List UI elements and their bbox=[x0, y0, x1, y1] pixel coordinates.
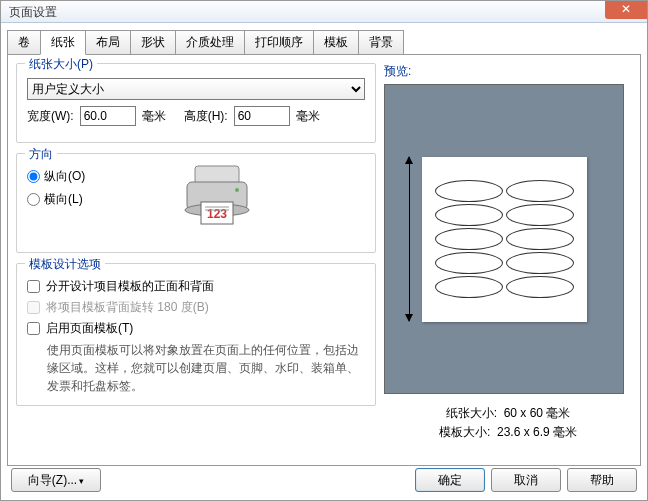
separate-front-back-label: 分开设计项目模板的正面和背面 bbox=[46, 278, 214, 295]
height-unit: 毫米 bbox=[296, 108, 320, 125]
template-size-info-label: 模板大小: bbox=[439, 425, 490, 439]
width-unit: 毫米 bbox=[142, 108, 166, 125]
ok-button[interactable]: 确定 bbox=[415, 468, 485, 492]
tab-printorder[interactable]: 打印顺序 bbox=[244, 30, 314, 55]
paper-size-group: 纸张大小(P) 用户定义大小 宽度(W): 毫米 高度(H): 毫米 bbox=[16, 63, 376, 143]
label-shape bbox=[435, 180, 503, 202]
printer-icon: 123 bbox=[177, 162, 257, 232]
size-info: 纸张大小: 60 x 60 毫米 模板大小: 23.6 x 6.9 毫米 bbox=[384, 404, 632, 442]
template-size-info-value: 23.6 x 6.9 毫米 bbox=[497, 425, 577, 439]
width-input[interactable] bbox=[80, 106, 136, 126]
template-help-text: 使用页面模板可以将对象放置在页面上的任何位置，包括边缘区域。这样，您就可以创建页… bbox=[47, 341, 365, 395]
label-shape bbox=[506, 252, 574, 274]
rotate-back-checkbox bbox=[27, 301, 40, 314]
label-shape bbox=[506, 204, 574, 226]
orientation-legend: 方向 bbox=[25, 146, 57, 163]
rotate-back-label: 将项目模板背面旋转 180 度(B) bbox=[46, 299, 209, 316]
tab-media[interactable]: 介质处理 bbox=[175, 30, 245, 55]
label-shape bbox=[435, 252, 503, 274]
tab-paper[interactable]: 纸张 bbox=[40, 30, 86, 55]
separate-front-back-checkbox[interactable] bbox=[27, 280, 40, 293]
height-input[interactable] bbox=[234, 106, 290, 126]
wizard-button[interactable]: 向导(Z)...▾ bbox=[11, 468, 101, 492]
chevron-down-icon: ▾ bbox=[79, 476, 84, 486]
portrait-label: 纵向(O) bbox=[44, 168, 85, 185]
paper-size-info-value: 60 x 60 毫米 bbox=[504, 406, 571, 420]
height-label: 高度(H): bbox=[184, 108, 228, 125]
landscape-radio[interactable] bbox=[27, 193, 40, 206]
label-shape bbox=[506, 276, 574, 298]
tab-shape[interactable]: 形状 bbox=[130, 30, 176, 55]
preview-box bbox=[384, 84, 624, 394]
button-bar: 向导(Z)...▾ 确定 取消 帮助 bbox=[1, 468, 647, 492]
help-button[interactable]: 帮助 bbox=[567, 468, 637, 492]
template-options-group: 模板设计选项 分开设计项目模板的正面和背面 将项目模板背面旋转 180 度(B)… bbox=[16, 263, 376, 406]
svg-point-7 bbox=[235, 188, 239, 192]
paper-size-combo[interactable]: 用户定义大小 bbox=[27, 78, 365, 100]
paper-size-legend: 纸张大小(P) bbox=[25, 56, 97, 73]
height-arrow-icon bbox=[409, 157, 410, 321]
tab-roll[interactable]: 卷 bbox=[7, 30, 41, 55]
label-shape bbox=[506, 180, 574, 202]
tab-layout[interactable]: 布局 bbox=[85, 30, 131, 55]
tab-panel: 纸张大小(P) 用户定义大小 宽度(W): 毫米 高度(H): 毫米 bbox=[7, 54, 641, 466]
svg-text:123: 123 bbox=[207, 207, 227, 221]
label-shape bbox=[506, 228, 574, 250]
label-shape bbox=[435, 228, 503, 250]
preview-paper bbox=[422, 157, 587, 322]
width-label: 宽度(W): bbox=[27, 108, 74, 125]
window-title: 页面设置 bbox=[9, 5, 57, 19]
template-options-legend: 模板设计选项 bbox=[25, 256, 105, 273]
tab-template[interactable]: 模板 bbox=[313, 30, 359, 55]
label-shape bbox=[435, 276, 503, 298]
label-shape bbox=[435, 204, 503, 226]
title-bar: 页面设置 ✕ bbox=[1, 1, 647, 23]
portrait-radio[interactable] bbox=[27, 170, 40, 183]
paper-size-info-label: 纸张大小: bbox=[446, 406, 497, 420]
cancel-button[interactable]: 取消 bbox=[491, 468, 561, 492]
orientation-group: 方向 纵向(O) 横向(L) bbox=[16, 153, 376, 253]
tab-background[interactable]: 背景 bbox=[358, 30, 404, 55]
landscape-label: 横向(L) bbox=[44, 191, 83, 208]
preview-label: 预览: bbox=[384, 63, 632, 80]
svg-rect-0 bbox=[195, 166, 239, 184]
close-icon[interactable]: ✕ bbox=[605, 1, 647, 19]
enable-page-template-checkbox[interactable] bbox=[27, 322, 40, 335]
enable-page-template-label: 启用页面模板(T) bbox=[46, 320, 133, 337]
tab-strip: 卷 纸张 布局 形状 介质处理 打印顺序 模板 背景 bbox=[7, 29, 647, 54]
